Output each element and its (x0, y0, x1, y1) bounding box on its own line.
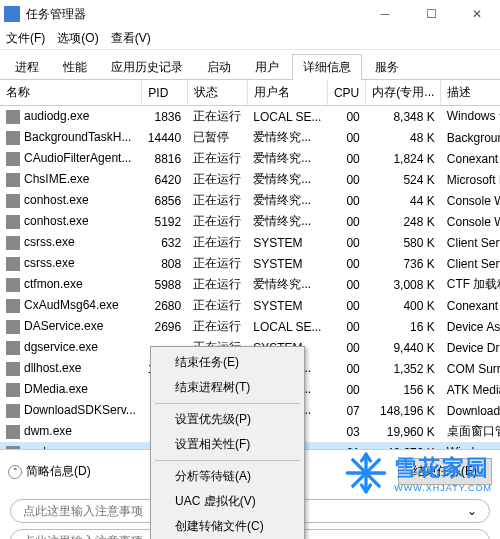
process-icon (6, 236, 20, 250)
process-icon (6, 404, 20, 418)
process-icon (6, 362, 20, 376)
tab-2[interactable]: 应用历史记录 (100, 54, 194, 80)
table-row[interactable]: ctfmon.exe5988正在运行爱情终究...003,008 KCTF 加载… (0, 274, 500, 295)
process-icon (6, 215, 20, 229)
table-row[interactable]: audiodg.exe1836正在运行LOCAL SE...008,348 KW… (0, 106, 500, 128)
ctx-wait-chain[interactable]: 分析等待链(A) (151, 464, 304, 489)
process-icon (6, 383, 20, 397)
context-menu: 结束任务(E) 结束进程树(T) 设置优先级(P) 设置相关性(F) 分析等待链… (150, 346, 305, 539)
tab-4[interactable]: 用户 (244, 54, 290, 80)
ctx-dump[interactable]: 创建转储文件(C) (151, 514, 304, 539)
ctx-end-task[interactable]: 结束任务(E) (151, 350, 304, 375)
ctx-end-tree[interactable]: 结束进程树(T) (151, 375, 304, 400)
col-user[interactable]: 用户名 (247, 80, 327, 106)
watermark-url: WWW.XHJATY.COM (394, 483, 492, 493)
dropdown-icon[interactable]: ⌄ (467, 534, 477, 539)
table-row[interactable]: csrss.exe632正在运行SYSTEM00580 KClient Serv… (0, 232, 500, 253)
app-icon (4, 6, 20, 22)
process-icon (6, 299, 20, 313)
tab-3[interactable]: 启动 (196, 54, 242, 80)
process-icon (6, 425, 20, 439)
process-icon (6, 194, 20, 208)
ctx-uac[interactable]: UAC 虚拟化(V) (151, 489, 304, 514)
close-button[interactable]: ✕ (454, 0, 500, 28)
tab-5[interactable]: 详细信息 (292, 54, 362, 80)
process-icon (6, 320, 20, 334)
table-row[interactable]: ChsIME.exe6420正在运行爱情终究...00524 KMicrosof… (0, 169, 500, 190)
tab-6[interactable]: 服务 (364, 54, 410, 80)
ctx-priority[interactable]: 设置优先级(P) (151, 407, 304, 432)
snowflake-icon (344, 451, 388, 495)
col-desc[interactable]: 描述 (441, 80, 500, 106)
chevron-up-icon: ˄ (8, 465, 22, 479)
ctx-separator (155, 403, 300, 404)
table-row[interactable]: conhost.exe6856正在运行爱情终究...0044 KConsole … (0, 190, 500, 211)
menubar: 文件(F) 选项(O) 查看(V) (0, 28, 500, 50)
menu-file[interactable]: 文件(F) (6, 30, 45, 47)
tab-bar: 进程性能应用历史记录启动用户详细信息服务 (0, 50, 500, 80)
col-mem[interactable]: 内存(专用... (366, 80, 441, 106)
tab-0[interactable]: 进程 (4, 54, 50, 80)
process-icon (6, 257, 20, 271)
process-icon (6, 173, 20, 187)
menu-options[interactable]: 选项(O) (57, 30, 98, 47)
col-name[interactable]: 名称 (0, 80, 142, 106)
tab-1[interactable]: 性能 (52, 54, 98, 80)
watermark: 雪花家园 WWW.XHJATY.COM (344, 451, 492, 495)
process-icon (6, 110, 20, 124)
dropdown-icon[interactable]: ⌄ (467, 504, 477, 518)
col-pid[interactable]: PID (142, 80, 187, 106)
table-row[interactable]: DAService.exe2696正在运行LOCAL SE...0016 KDe… (0, 316, 500, 337)
process-icon (6, 152, 20, 166)
table-row[interactable]: CAudioFilterAgent...8816正在运行爱情终究...001,8… (0, 148, 500, 169)
process-icon (6, 131, 20, 145)
minimize-button[interactable]: ─ (362, 0, 408, 28)
maximize-button[interactable]: ☐ (408, 0, 454, 28)
col-cpu[interactable]: CPU (327, 80, 365, 106)
fewer-details-toggle[interactable]: ˄ 简略信息(D) (8, 463, 91, 480)
titlebar: 任务管理器 ─ ☐ ✕ (0, 0, 500, 28)
col-status[interactable]: 状态 (187, 80, 247, 106)
watermark-title: 雪花家园 (394, 453, 492, 483)
process-icon (6, 278, 20, 292)
ctx-affinity[interactable]: 设置相关性(F) (151, 432, 304, 457)
table-row[interactable]: BackgroundTaskH...14440已暂停爱情终究...0048 KB… (0, 127, 500, 148)
ctx-separator (155, 460, 300, 461)
menu-view[interactable]: 查看(V) (111, 30, 151, 47)
table-row[interactable]: conhost.exe5192正在运行爱情终究...00248 KConsole… (0, 211, 500, 232)
process-icon (6, 341, 20, 355)
table-row[interactable]: csrss.exe808正在运行SYSTEM00736 KClient Serv… (0, 253, 500, 274)
table-row[interactable]: CxAudMsg64.exe2680正在运行SYSTEM00400 KConex… (0, 295, 500, 316)
